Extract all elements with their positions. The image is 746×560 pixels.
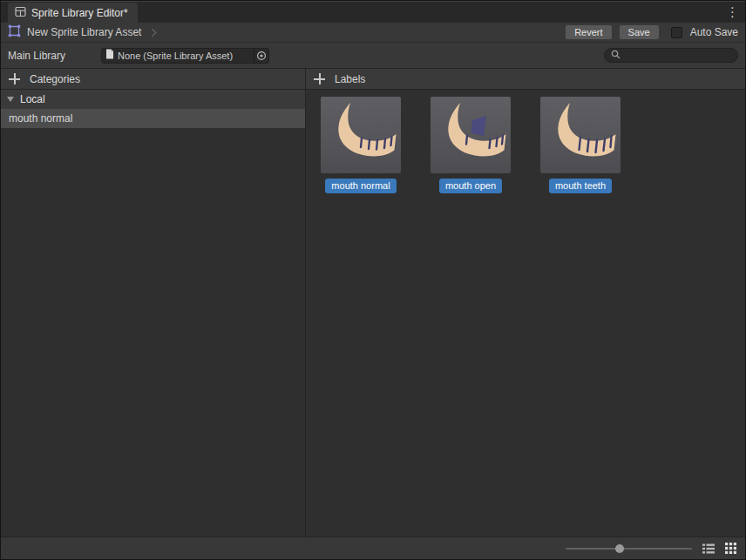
categories-panel: Categories Local mouth normal — [1, 69, 306, 536]
label-name-badge[interactable]: mouth normal — [325, 179, 396, 193]
labels-grid: mouth normal — [306, 90, 745, 193]
labels-panel: Labels — [306, 69, 745, 536]
label-name-badge[interactable]: mouth open — [439, 179, 502, 193]
sprite-library-editor-window: Sprite Library Editor* ⋮ New Sprite Libr… — [0, 0, 746, 560]
auto-save-label: Auto Save — [690, 26, 738, 38]
add-category-icon[interactable] — [9, 73, 20, 84]
grid-view-icon[interactable] — [724, 542, 737, 555]
breadcrumb-chevron-icon — [148, 28, 157, 37]
breadcrumb[interactable]: New Sprite Library Asset — [27, 26, 141, 38]
asset-file-icon — [105, 49, 114, 62]
sprite-library-editor-icon — [15, 6, 26, 20]
save-button[interactable]: Save — [619, 24, 660, 40]
mouth-teeth-sprite[interactable] — [540, 97, 621, 173]
categories-title: Categories — [30, 73, 80, 85]
search-input[interactable] — [625, 51, 731, 61]
bottom-bar — [1, 536, 745, 559]
object-field-value: None (Sprite Library Asset) — [114, 51, 254, 61]
revert-button[interactable]: Revert — [565, 24, 612, 40]
mouth-open-sprite[interactable] — [431, 97, 511, 173]
zoom-slider[interactable] — [566, 543, 692, 555]
category-item-label: mouth normal — [9, 112, 72, 125]
label-name-badge[interactable]: mouth teeth — [549, 179, 612, 193]
tab-title: Sprite Library Editor* — [31, 7, 128, 19]
categories-header: Categories — [1, 69, 305, 90]
category-item-mouth-normal[interactable]: mouth normal — [1, 109, 305, 128]
label-item-mouth-normal[interactable]: mouth normal — [321, 97, 401, 193]
list-view-icon[interactable] — [702, 542, 715, 555]
labels-title: Labels — [335, 73, 365, 85]
zoom-slider-handle[interactable] — [615, 544, 624, 553]
object-picker-icon[interactable] — [254, 49, 268, 63]
main-library-row: Main Library None (Sprite Library Asset) — [1, 43, 745, 68]
label-item-mouth-teeth[interactable]: mouth teeth — [540, 97, 621, 193]
sprite-library-asset-icon — [8, 24, 21, 40]
mouth-normal-sprite[interactable] — [321, 97, 401, 173]
foldout-arrow-icon[interactable] — [7, 97, 14, 102]
search-icon — [611, 50, 621, 62]
window-menu-icon[interactable]: ⋮ — [726, 4, 739, 20]
local-group-row[interactable]: Local — [1, 90, 305, 109]
tab-strip: Sprite Library Editor* ⋮ — [1, 1, 745, 23]
panels: Categories Local mouth normal Labels — [1, 68, 745, 536]
auto-save-checkbox[interactable] — [671, 27, 682, 38]
labels-header: Labels — [306, 69, 745, 90]
main-library-object-field[interactable]: None (Sprite Library Asset) — [101, 48, 269, 64]
toolbar: New Sprite Library Asset Revert Save Aut… — [1, 23, 745, 43]
label-item-mouth-open[interactable]: mouth open — [431, 97, 511, 193]
zoom-slider-track[interactable] — [566, 548, 692, 550]
local-group-label: Local — [20, 93, 45, 105]
tab-sprite-library-editor[interactable]: Sprite Library Editor* — [8, 3, 138, 23]
add-label-icon[interactable] — [314, 73, 325, 84]
main-library-label: Main Library — [8, 50, 101, 62]
search-field[interactable] — [604, 48, 738, 63]
